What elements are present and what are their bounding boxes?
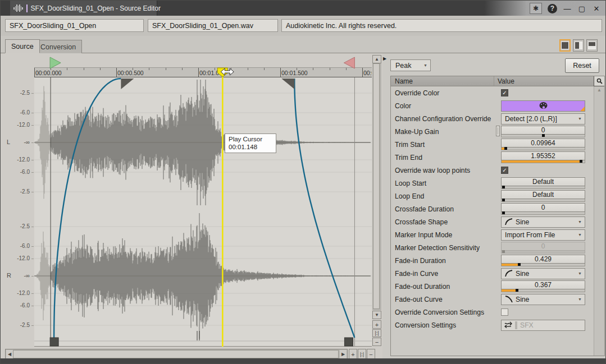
property-label: Override Conversion Settings bbox=[391, 308, 501, 316]
scroll-right-icon[interactable]: ▶ bbox=[340, 350, 347, 358]
dropdown-fade-in-curve[interactable]: Sine▼ bbox=[501, 268, 585, 279]
slider-track[interactable] bbox=[501, 251, 585, 254]
slider-thumb[interactable] bbox=[518, 263, 521, 266]
copyright-field[interactable]: Audiokinetic Inc. All rights reserved. bbox=[281, 19, 602, 32]
slider-track[interactable] bbox=[501, 186, 585, 189]
value-field[interactable]: 0.09964 bbox=[501, 139, 585, 148]
dropdown-value: Sine bbox=[516, 270, 575, 278]
column-header-name[interactable]: Name bbox=[391, 76, 494, 86]
play-region-end-marker[interactable] bbox=[344, 57, 354, 68]
v-zoom-fit-button[interactable]: |:| bbox=[372, 329, 381, 337]
collapse-panel-arrow-icon[interactable]: ▶ bbox=[383, 56, 386, 61]
fade-out-handle[interactable] bbox=[281, 79, 294, 89]
property-row: Override wav loop points✓ bbox=[391, 164, 595, 177]
reset-button[interactable]: Reset bbox=[565, 58, 599, 73]
checkbox-checked[interactable]: ✓ bbox=[501, 167, 508, 174]
close-button[interactable]: ✕ bbox=[592, 4, 601, 13]
properties-table: Name Value ▲ Override Color✓ColorChannel… bbox=[390, 76, 605, 356]
dropdown-marker-input-mode[interactable]: Import From File▼ bbox=[501, 229, 585, 241]
slider-thumb[interactable] bbox=[502, 186, 505, 188]
slider-track[interactable] bbox=[501, 212, 585, 215]
header-fields-row: SFX_DoorSliding_01_Open SFX_DoorSliding_… bbox=[1, 16, 605, 36]
db-scale-label: -2.5 bbox=[5, 188, 30, 195]
layout-single-button[interactable] bbox=[559, 39, 571, 52]
value-field[interactable]: 0 bbox=[501, 242, 585, 251]
tab-source[interactable]: Source bbox=[5, 39, 40, 53]
trim-end-handle[interactable] bbox=[344, 338, 353, 346]
waveform-icon bbox=[13, 4, 23, 12]
slider-thumb[interactable] bbox=[504, 147, 507, 150]
slider-thumb[interactable] bbox=[502, 211, 505, 214]
slider-thumb[interactable] bbox=[542, 134, 545, 137]
slider-thumb[interactable] bbox=[580, 160, 582, 163]
chevron-down-icon: ▼ bbox=[578, 233, 582, 237]
minor-tick bbox=[248, 68, 248, 70]
fade-out-curve[interactable] bbox=[294, 79, 354, 338]
value-field[interactable]: Default bbox=[501, 190, 585, 199]
slider-track[interactable] bbox=[501, 135, 585, 137]
object-name-field[interactable]: SFX_DoorSliding_01_Open bbox=[5, 19, 144, 32]
layout-split-vertical-button[interactable] bbox=[573, 39, 584, 52]
value-field[interactable]: Default bbox=[501, 177, 585, 186]
db-scale-tick bbox=[31, 246, 34, 247]
scroll-up-icon[interactable]: ▲ bbox=[372, 55, 381, 63]
db-scale-tick bbox=[31, 276, 34, 277]
color-swatch[interactable] bbox=[501, 100, 585, 112]
property-row: Fade-in Duration0.429 bbox=[391, 254, 595, 267]
timeline-ruler[interactable]: 00:00.00000:00.50000:01.00000:01.50000:0… bbox=[34, 67, 372, 77]
column-header-value[interactable]: Value bbox=[494, 76, 604, 86]
value-field[interactable]: 0.367 bbox=[501, 280, 585, 289]
slider-track[interactable] bbox=[501, 148, 585, 150]
value-field[interactable]: 1.95352 bbox=[501, 151, 585, 160]
scroll-up-icon[interactable]: ▲ bbox=[594, 87, 604, 93]
checkbox-checked[interactable]: ✓ bbox=[501, 89, 508, 96]
dropdown-channel-configuration-override[interactable]: Detect [2.0 (L,R)]▼ bbox=[501, 113, 585, 125]
dropdown-fade-out-curve[interactable]: Sine▼ bbox=[501, 294, 585, 305]
slider-thumb[interactable] bbox=[502, 250, 505, 253]
dropdown-value: Detect [2.0 (L,R)] bbox=[505, 115, 575, 123]
db-scale-label: -12.0 bbox=[5, 290, 30, 296]
slider-track[interactable] bbox=[501, 289, 585, 292]
scroll-down-icon[interactable]: ▼ bbox=[372, 311, 381, 319]
play-region-start-marker[interactable] bbox=[50, 57, 61, 68]
slider-thumb[interactable] bbox=[502, 199, 505, 201]
vertical-scrollbar[interactable] bbox=[372, 63, 381, 310]
conversion-settings-selector[interactable]: SFX bbox=[501, 320, 585, 331]
horizontal-scroll-thumb[interactable] bbox=[13, 350, 339, 358]
db-scale-label: -12.0 bbox=[5, 156, 30, 163]
slider-thumb[interactable] bbox=[516, 289, 518, 292]
pin-window-button[interactable]: ✱ bbox=[530, 3, 542, 14]
property-label: Channel Configuration Override bbox=[391, 115, 501, 123]
value-field[interactable]: 0.429 bbox=[501, 255, 585, 264]
v-zoom-in-button[interactable]: + bbox=[372, 320, 381, 329]
maximize-button[interactable]: ▢ bbox=[577, 4, 586, 13]
minimize-button[interactable]: — bbox=[563, 4, 572, 13]
dropdown-crossfade-shape[interactable]: Sine▼ bbox=[501, 216, 585, 228]
property-row: Loop EndDefault bbox=[391, 190, 595, 202]
help-button[interactable]: ? bbox=[548, 4, 557, 13]
property-row: Color bbox=[391, 99, 595, 112]
vertical-scroll-thumb[interactable] bbox=[373, 63, 380, 309]
properties-table-header: Name Value bbox=[391, 76, 604, 86]
file-name-field[interactable]: SFX_DoorSliding_01_Open.wav bbox=[148, 19, 278, 32]
db-scale-label: -6.0 bbox=[5, 302, 30, 308]
scroll-left-icon[interactable]: ◀ bbox=[6, 350, 13, 358]
value-field[interactable]: 0 bbox=[501, 126, 585, 135]
trim-start-handle[interactable] bbox=[50, 338, 58, 346]
gain-slider-grip[interactable] bbox=[496, 126, 500, 136]
window-resize-strip[interactable] bbox=[1, 358, 605, 363]
search-properties-button[interactable] bbox=[594, 76, 604, 86]
object-type-bar bbox=[515, 321, 517, 329]
v-zoom-out-button[interactable]: − bbox=[372, 338, 381, 346]
properties-scrollbar[interactable]: ▲ bbox=[594, 86, 604, 356]
meter-mode-dropdown[interactable]: Peak ▼ bbox=[390, 59, 431, 71]
slider-track[interactable] bbox=[501, 264, 585, 266]
checkbox-unchecked[interactable] bbox=[501, 308, 508, 316]
slider-track[interactable] bbox=[501, 199, 585, 202]
title-bar[interactable]: SFX_DoorSliding_01_Open - Source Editor … bbox=[1, 1, 605, 16]
value-field[interactable]: 0 bbox=[501, 203, 585, 212]
fade-in-handle[interactable] bbox=[121, 79, 134, 89]
tab-conversion[interactable]: Conversion bbox=[34, 40, 82, 53]
slider-track[interactable] bbox=[501, 160, 585, 163]
layout-split-horizontal-button[interactable] bbox=[586, 39, 598, 52]
